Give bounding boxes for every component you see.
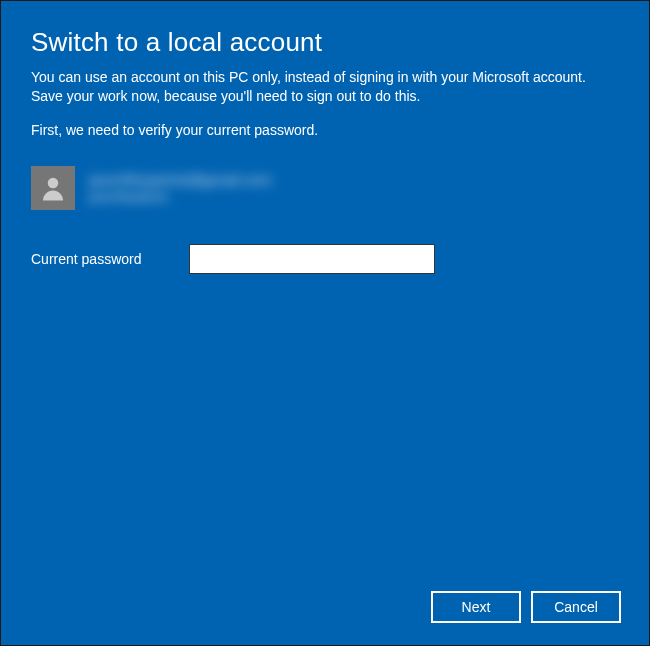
password-input[interactable]	[189, 244, 435, 274]
verify-prompt: First, we need to verify your current pa…	[31, 122, 619, 138]
description-text: You can use an account on this PC only, …	[31, 68, 619, 106]
user-text-block: jasonfitzpatrick@gmail.com jasonfitzpatr…	[89, 171, 272, 204]
user-email: jasonfitzpatrick@gmail.com	[89, 171, 272, 188]
user-subtext: jasonfitzpatrick	[89, 190, 272, 204]
avatar	[31, 166, 75, 210]
button-row: Next Cancel	[431, 591, 621, 623]
cancel-button[interactable]: Cancel	[531, 591, 621, 623]
page-title: Switch to a local account	[31, 27, 619, 58]
next-button[interactable]: Next	[431, 591, 521, 623]
dialog-content: Switch to a local account You can use an…	[1, 1, 649, 274]
user-info-row: jasonfitzpatrick@gmail.com jasonfitzpatr…	[31, 166, 619, 210]
user-icon	[38, 173, 68, 203]
svg-point-0	[48, 178, 59, 189]
password-row: Current password	[31, 244, 619, 274]
password-label: Current password	[31, 251, 171, 267]
